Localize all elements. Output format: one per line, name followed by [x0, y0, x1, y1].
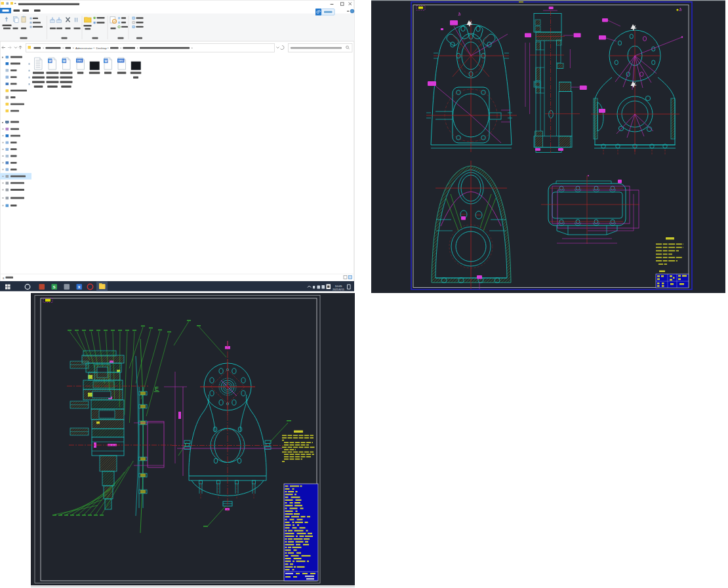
- svg-text:DWG: DWG: [118, 60, 123, 62]
- svg-text:10:05: 10:05: [335, 284, 343, 288]
- svg-text:S: S: [53, 285, 56, 289]
- svg-text:W: W: [49, 60, 52, 63]
- svg-text:Desktop: Desktop: [96, 47, 108, 50]
- svg-text:DWG: DWG: [77, 60, 82, 62]
- svg-text:E: E: [155, 385, 159, 392]
- svg-text:Administrator: Administrator: [75, 47, 92, 50]
- svg-text:W: W: [104, 60, 108, 63]
- svg-text:2021/6/11: 2021/6/11: [333, 288, 345, 291]
- svg-text:X: X: [78, 285, 81, 289]
- svg-text:W: W: [63, 60, 66, 63]
